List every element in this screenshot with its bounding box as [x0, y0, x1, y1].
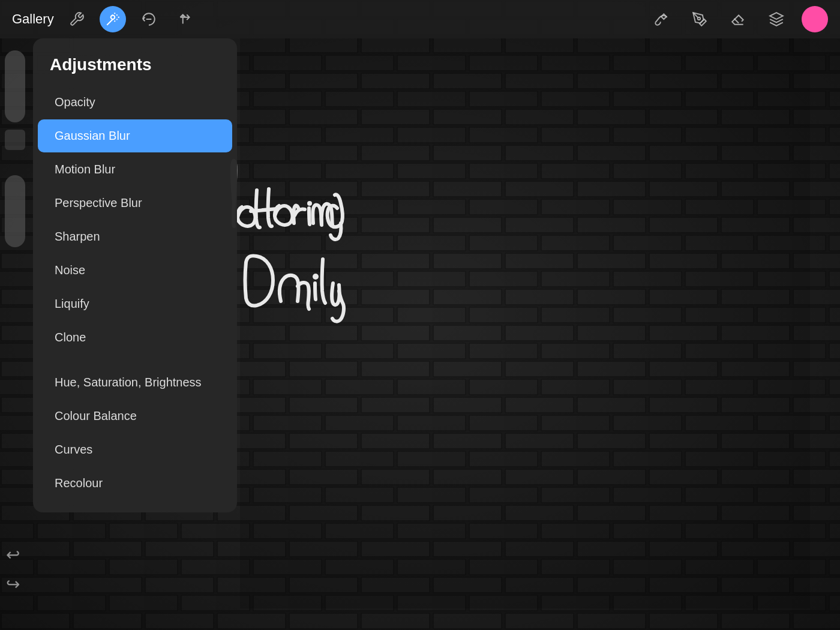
opacity-slider[interactable] [5, 175, 25, 247]
eraser-tool-button[interactable] [725, 6, 751, 32]
menu-divider-1 [33, 355, 237, 365]
gallery-button[interactable]: Gallery [12, 11, 54, 27]
smudge-tool-button[interactable] [686, 6, 713, 32]
redo-button[interactable]: ↪ [6, 574, 20, 594]
menu-item-hue-saturation[interactable]: Hue, Saturation, Brightness [38, 366, 232, 399]
smudge-icon [692, 11, 707, 27]
color-picker-button[interactable] [802, 6, 828, 32]
wrench-icon [69, 11, 85, 27]
menu-item-gaussian-blur[interactable]: Gaussian Blur [38, 119, 232, 152]
layers-button[interactable] [763, 6, 790, 32]
adjustments-panel: Adjustments Opacity Gaussian Blur Motion… [33, 38, 237, 512]
svg-marker-11 [770, 13, 783, 19]
layers-icon [769, 11, 784, 27]
menu-item-opacity[interactable]: Opacity [38, 86, 232, 119]
adjustments-tool-button[interactable] [64, 6, 90, 32]
stroke-undo-icon [141, 11, 157, 27]
menu-item-sharpen[interactable]: Sharpen [38, 220, 232, 253]
brush-size-slider[interactable] [5, 50, 25, 122]
brush-icon [653, 11, 669, 27]
menu-item-motion-blur[interactable]: Motion Blur [38, 153, 232, 186]
menu-item-liquify[interactable]: Liquify [38, 287, 232, 320]
toolbar-left: Gallery [12, 6, 198, 32]
magic-tool-button[interactable] [100, 6, 126, 32]
eraser-icon [730, 11, 746, 27]
undo-button[interactable]: ↩ [6, 545, 20, 565]
sidebar-square-tool[interactable] [5, 130, 25, 150]
svg-line-9 [107, 19, 113, 25]
menu-item-clone[interactable]: Clone [38, 321, 232, 354]
menu-item-perspective-blur[interactable]: Perspective Blur [38, 187, 232, 220]
toolbar-right [648, 6, 828, 32]
menu-item-curves[interactable]: Curves [38, 433, 232, 466]
transform-icon [177, 11, 193, 27]
svg-point-10 [698, 17, 700, 20]
stroke-undo-button[interactable] [136, 6, 162, 32]
panel-title: Adjustments [33, 55, 237, 85]
menu-item-recolour[interactable]: Recolour [38, 467, 232, 500]
menu-item-noise[interactable]: Noise [38, 254, 232, 287]
transform-button[interactable] [172, 6, 198, 32]
left-sidebar [0, 38, 30, 630]
brush-tool-button[interactable] [648, 6, 674, 32]
toolbar: Gallery [0, 0, 840, 38]
undo-redo-controls: ↩ ↪ [6, 545, 20, 594]
magic-wand-icon [105, 11, 121, 27]
menu-item-colour-balance[interactable]: Colour Balance [38, 400, 232, 433]
